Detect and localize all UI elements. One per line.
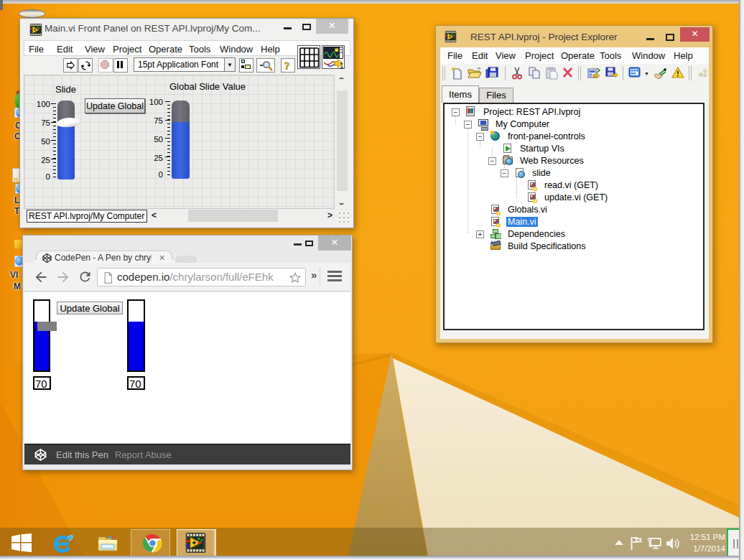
svg-text:?: ? [284,60,290,72]
svg-text:1: 1 [340,62,344,69]
